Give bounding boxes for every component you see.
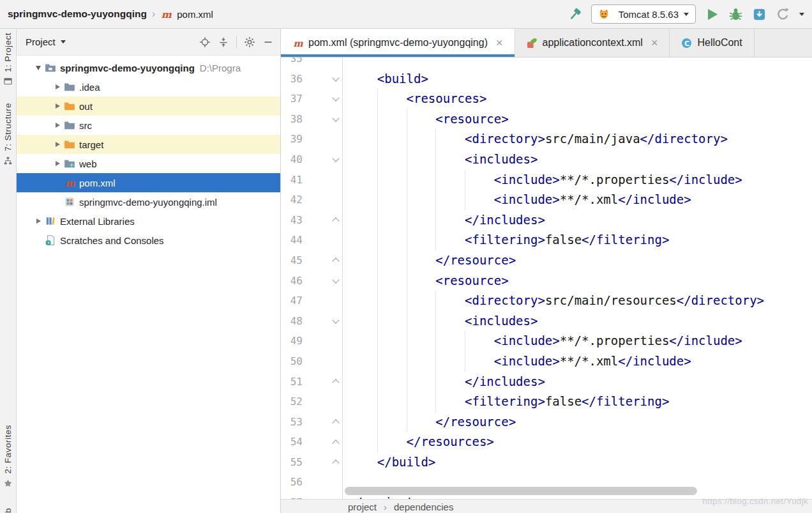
- collapse-all-button[interactable]: [218, 36, 229, 48]
- run-button[interactable]: [705, 7, 719, 22]
- code-text[interactable]: </includes>: [343, 210, 812, 231]
- fold-start-icon[interactable]: [303, 271, 343, 291]
- chevron-right-icon[interactable]: [51, 82, 64, 92]
- horizontal-scrollbar[interactable]: [345, 487, 697, 495]
- code-text[interactable]: <resource>: [343, 271, 812, 291]
- line-number: 50: [281, 351, 303, 372]
- chevron-down-icon[interactable]: [799, 13, 804, 16]
- code-text[interactable]: <resource>: [343, 109, 812, 130]
- debug-button[interactable]: [728, 7, 743, 22]
- code-text[interactable]: <include>**/*.properties</include>: [343, 170, 812, 190]
- run-config-select[interactable]: Tomcat 8.5.63: [591, 4, 696, 24]
- code-text[interactable]: <includes>: [343, 149, 812, 170]
- breadcrumb-item[interactable]: dependencies: [394, 502, 453, 512]
- fold-gutter: [303, 230, 343, 250]
- coverage-button[interactable]: [752, 7, 767, 22]
- code-text[interactable]: <includes>: [343, 311, 812, 332]
- code-text[interactable]: <filtering>false</filtering>: [343, 392, 812, 412]
- stripe-button-label: 1: Project: [3, 33, 13, 72]
- code-line: 55 </build>: [281, 452, 812, 473]
- code-text[interactable]: <include>**/*.xml</include>: [343, 351, 812, 372]
- indent-guide: [377, 291, 378, 311]
- tab-label: HelloCont: [697, 37, 742, 49]
- tree-item-label: springmvc-demo-yuyongqing.iml: [79, 197, 217, 208]
- project-view-selector[interactable]: Project: [26, 36, 66, 47]
- code-text[interactable]: </includes>: [343, 372, 812, 392]
- indent-guide: [435, 392, 436, 412]
- chevron-placeholder: [51, 178, 64, 188]
- fold-start-icon[interactable]: [303, 311, 343, 332]
- project-panel-header: Project: [17, 29, 280, 56]
- fold-end-icon[interactable]: [303, 452, 343, 473]
- fold-start-icon[interactable]: [303, 109, 343, 130]
- editor-tab[interactable]: applicationcontext.xml×: [515, 29, 670, 57]
- locate-button[interactable]: [199, 36, 211, 48]
- fold-end-icon[interactable]: [303, 432, 343, 452]
- hide-button[interactable]: [262, 36, 274, 48]
- code-text[interactable]: </resources>: [343, 432, 812, 452]
- fold-start-icon[interactable]: [303, 149, 343, 170]
- code-text[interactable]: <include>**/*.xml</include>: [343, 190, 812, 210]
- editor-tab[interactable]: CHelloCont: [670, 29, 754, 57]
- code-editor[interactable]: 3536 <build>37 <resources>38 <resource>3…: [281, 57, 812, 513]
- breadcrumb-project[interactable]: springmvc-demo-yuyongqing: [8, 8, 147, 20]
- code-text[interactable]: </build>: [343, 452, 812, 473]
- tree-item[interactable]: target: [17, 135, 280, 154]
- tree-item[interactable]: External Libraries: [17, 211, 280, 231]
- tree-item[interactable]: src: [17, 116, 280, 135]
- tree-item[interactable]: web: [17, 154, 280, 173]
- chevron-right-icon[interactable]: [51, 120, 64, 130]
- rerun-button[interactable]: [776, 7, 790, 22]
- tree-item[interactable]: mpom.xml: [17, 173, 280, 192]
- indent-guide: [435, 170, 436, 190]
- code-text[interactable]: [343, 57, 812, 69]
- fold-start-icon[interactable]: [303, 69, 343, 89]
- star-icon: [3, 479, 13, 488]
- breadcrumb-item[interactable]: project: [348, 502, 377, 512]
- chevron-right-icon[interactable]: [51, 101, 64, 111]
- line-number: 53: [281, 412, 303, 433]
- tree-item[interactable]: springmvc-demo-yuyongqingD:\Progra: [17, 58, 280, 77]
- settings-button[interactable]: [244, 36, 255, 48]
- code-text[interactable]: </resource>: [343, 250, 812, 271]
- chevron-right-icon[interactable]: [51, 158, 64, 169]
- svg-text:m: m: [65, 178, 75, 188]
- fold-end-icon[interactable]: [303, 250, 343, 271]
- code-text[interactable]: <build>: [343, 69, 812, 89]
- stripe-button-favorites[interactable]: 2: Favorites: [3, 425, 13, 488]
- code-text[interactable]: <include>**/*.properties</include>: [343, 331, 812, 351]
- stripe-button-project[interactable]: 1: Project: [3, 33, 13, 86]
- tree-item[interactable]: Scratches and Consoles: [17, 231, 280, 250]
- indent-guide: [377, 412, 378, 433]
- chevron-right-icon[interactable]: [51, 139, 64, 149]
- code-text[interactable]: <directory>src/main/resources</directory…: [343, 291, 812, 311]
- stripe-partial-button[interactable]: b: [3, 505, 13, 513]
- close-icon[interactable]: ×: [651, 37, 658, 49]
- editor-tab[interactable]: mpom.xml (springmvc-demo-yuyongqing)×: [281, 29, 515, 57]
- indent-guide: [435, 210, 436, 231]
- tree-item[interactable]: out: [17, 96, 280, 116]
- indent-guide: [407, 392, 407, 412]
- fold-start-icon[interactable]: [303, 89, 343, 109]
- fold-end-icon[interactable]: [303, 372, 343, 392]
- tree-item[interactable]: springmvc-demo-yuyongqing.iml: [17, 192, 280, 211]
- chevron-down-icon[interactable]: [32, 63, 45, 73]
- indent-guide: [377, 250, 378, 271]
- code-text[interactable]: <resources>: [343, 89, 812, 109]
- fold-end-icon[interactable]: [303, 210, 343, 231]
- code-text[interactable]: </resource>: [343, 412, 812, 433]
- close-icon[interactable]: ×: [496, 37, 503, 49]
- code-text[interactable]: <directory>src/main/java</directory>: [343, 129, 812, 149]
- structure-tool-icon: [3, 156, 13, 165]
- indent-guide: [407, 230, 407, 250]
- breadcrumb-file[interactable]: pom.xml: [177, 9, 213, 20]
- folder-icon: [64, 81, 75, 93]
- code-text[interactable]: <filtering>false</filtering>: [343, 230, 812, 250]
- chevron-right-icon[interactable]: [32, 216, 45, 226]
- indent-guide: [435, 149, 436, 170]
- stripe-button-structure[interactable]: 7: Structure: [3, 103, 13, 165]
- tree-item[interactable]: .idea: [17, 77, 280, 96]
- fold-end-icon[interactable]: [303, 412, 343, 433]
- indent-guide: [377, 372, 378, 392]
- build-hammer-icon[interactable]: [568, 7, 582, 22]
